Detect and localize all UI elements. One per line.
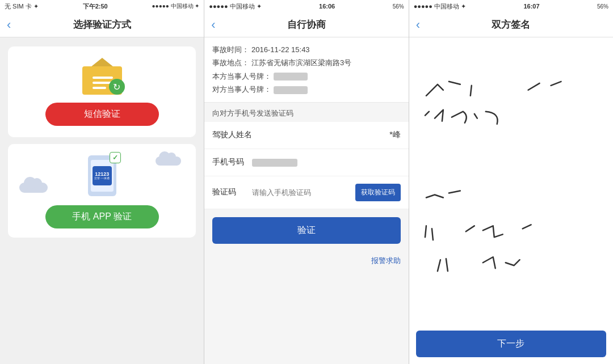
clock-3: 16:07 [523, 3, 539, 10]
driver-name-row: 驾驶人姓名 *峰 [204, 122, 408, 149]
app-logo: 12123 交管·一体通 [93, 166, 112, 185]
time-label: 事故时间： [212, 45, 249, 54]
send-code-hint: 向对方手机号发送验证码 [204, 103, 408, 122]
accident-location-row: 事故地点： 江苏省无锡市滨湖区梁南路3号 [212, 56, 400, 69]
self-plate-value [274, 73, 308, 81]
self-plate-label: 本方当事人号牌： [212, 72, 271, 81]
status-right-3: 56% [597, 3, 608, 10]
carrier-3: ●●●●● 中国移动 ✦ [414, 2, 466, 11]
sms-card: ↻ 短信验证 [8, 46, 196, 137]
driver-label: 驾驶人姓名 [212, 130, 252, 140]
battery-3: 56% [597, 3, 608, 10]
status-right-1: ●●●●● 中国移动 ✦ [152, 2, 200, 10]
carrier-1: ●●●●● 中国移动 ✦ [152, 2, 200, 10]
nav-bar-1: ‹ 选择验证方式 [0, 12, 204, 37]
code-label: 验证码 [212, 187, 252, 197]
help-row: 报警求助 [204, 252, 408, 269]
cloud-left-icon [19, 183, 48, 193]
refresh-icon: ↻ [109, 79, 125, 95]
form-section: 驾驶人姓名 *峰 手机号码 验证码 获取验证码 [204, 122, 408, 209]
other-plate-value [274, 86, 308, 94]
accident-time-row: 事故时间： 2016-11-22 15:43 [212, 43, 400, 56]
next-button[interactable]: 下一步 [416, 331, 606, 357]
env-line-1 [93, 77, 113, 79]
clock-1: 下午2:50 [83, 2, 108, 11]
app-card: 12123 交管·一体通 ✓ 手机 APP 验证 [8, 144, 196, 238]
signature-area[interactable] [409, 37, 613, 324]
other-plate-row: 对方当事人号牌： [212, 83, 400, 96]
phone-value [252, 158, 400, 167]
clock-2: 16:06 [319, 3, 335, 10]
cloud-right-icon [156, 156, 181, 166]
screen2-body: 事故时间： 2016-11-22 15:43 事故地点： 江苏省无锡市滨湖区梁南… [204, 37, 408, 364]
app-logo-text: 交管·一体通 [94, 177, 109, 180]
screen1-body: ↻ 短信验证 12123 交管·一体通 ✓ 手机 APP [0, 37, 204, 364]
self-plate-row: 本方当事人号牌： [212, 70, 400, 83]
back-button-2[interactable]: ‹ [211, 18, 215, 32]
nav-bar-3: ‹ 双方签名 [409, 12, 613, 37]
screen-2: ●●●●● 中国移动 ✦ 16:06 56% ‹ 自行协商 事故时间： 2016… [204, 0, 408, 364]
other-plate-label: 对方当事人号牌： [212, 85, 271, 94]
verify-button[interactable]: 验证 [212, 217, 400, 244]
carrier-2: ●●●●● 中国移动 ✦ [209, 2, 261, 11]
envelope-icon: ↻ [79, 58, 125, 95]
screen-1: 无 SIM 卡 ✦ 下午2:50 ●●●●● 中国移动 ✦ ‹ 选择验证方式 [0, 0, 204, 364]
code-row: 验证码 获取验证码 [204, 176, 408, 209]
back-button-1[interactable]: ‹ [7, 18, 11, 32]
status-left-1: 无 SIM 卡 ✦ [5, 2, 39, 11]
signature-svg [409, 37, 613, 324]
time-value: 2016-11-22 15:43 [251, 45, 310, 54]
sim-signal-1: 无 SIM 卡 ✦ [5, 2, 39, 11]
status-bar-3: ●●●●● 中国移动 ✦ 16:07 56% [409, 0, 613, 12]
status-bar-1: 无 SIM 卡 ✦ 下午2:50 ●●●●● 中国移动 ✦ [0, 0, 204, 12]
check-badge-icon: ✓ [110, 152, 121, 163]
env-line-3 [93, 87, 106, 89]
phone-screen-inner: 12123 交管·一体通 [91, 160, 114, 192]
phone-label: 手机号码 [212, 157, 252, 167]
driver-value: *峰 [252, 130, 400, 140]
get-code-button[interactable]: 获取验证码 [355, 184, 401, 201]
nav-title-2: 自行协商 [287, 18, 326, 31]
location-value: 江苏省无锡市滨湖区梁南路3号 [251, 58, 351, 67]
location-label: 事故地点： [212, 58, 249, 67]
screen3-body: 下一步 [409, 37, 613, 364]
battery-2: 56% [393, 3, 404, 10]
screen-3: ●●●●● 中国移动 ✦ 16:07 56% ‹ 双方签名 [409, 0, 613, 364]
phone-device-icon: 12123 交管·一体通 ✓ [88, 155, 116, 196]
accident-info: 事故时间： 2016-11-22 15:43 事故地点： 江苏省无锡市滨湖区梁南… [204, 37, 408, 103]
sms-verify-button[interactable]: 短信验证 [45, 103, 159, 126]
status-left-3: ●●●●● 中国移动 ✦ [414, 2, 466, 11]
status-right-2: 56% [393, 3, 404, 10]
nav-title-1: 选择验证方式 [73, 18, 131, 31]
status-left-2: ●●●●● 中国移动 ✦ [209, 2, 261, 11]
status-bar-2: ●●●●● 中国移动 ✦ 16:06 56% [204, 0, 408, 12]
nav-bar-2: ‹ 自行协商 [204, 12, 408, 37]
nav-title-3: 双方签名 [492, 18, 530, 31]
code-input[interactable] [252, 188, 355, 197]
app-illustration: 12123 交管·一体通 ✓ [17, 153, 187, 198]
help-link[interactable]: 报警求助 [371, 256, 401, 265]
phone-row: 手机号码 [204, 149, 408, 176]
back-button-3[interactable]: ‹ [416, 18, 420, 32]
app-verify-button[interactable]: 手机 APP 验证 [45, 205, 159, 228]
phone-blur [252, 159, 297, 167]
